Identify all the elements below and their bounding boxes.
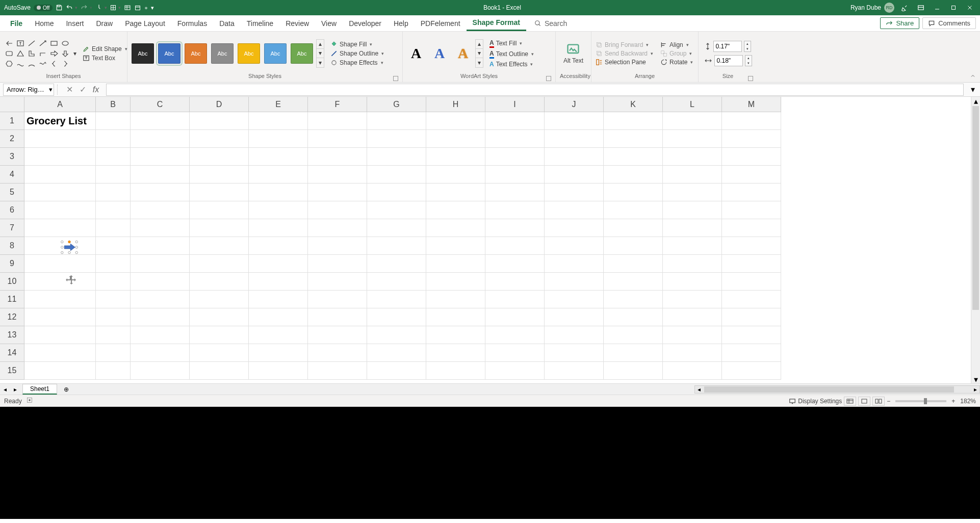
wa-gallery-more-icon[interactable]: ▾ (476, 58, 483, 67)
cell-C8[interactable] (131, 237, 190, 255)
cell-H8[interactable] (426, 237, 485, 255)
shape-down-arrow-icon[interactable] (60, 49, 70, 58)
cell-M2[interactable] (722, 130, 781, 148)
shape-arrow-left-icon[interactable] (4, 39, 14, 48)
col-header-F[interactable]: F (308, 97, 367, 112)
cell-I13[interactable] (485, 326, 545, 344)
row-header-8[interactable]: 8 (0, 237, 24, 255)
rotate-button[interactable]: Rotate (660, 59, 693, 66)
cell-E13[interactable] (249, 326, 308, 344)
cell-H3[interactable] (426, 148, 485, 166)
cell-G1[interactable] (367, 112, 426, 130)
group-button[interactable]: Group (660, 50, 693, 57)
shape-effects-button[interactable]: Shape Effects (330, 59, 384, 66)
shape-style-swatch-6[interactable]: Abc (291, 43, 313, 64)
cell-F4[interactable] (308, 166, 367, 184)
shape-rect-icon[interactable] (49, 39, 59, 48)
cell-I1[interactable] (485, 112, 545, 130)
cell-E11[interactable] (249, 291, 308, 308)
cell-B4[interactable] (96, 166, 131, 184)
shape-arc-icon[interactable] (27, 59, 37, 68)
share-button[interactable]: Share (880, 17, 919, 29)
cell-H15[interactable] (426, 362, 485, 380)
cell-B12[interactable] (96, 308, 131, 326)
cell-B8[interactable] (96, 237, 131, 255)
cell-A15[interactable] (24, 362, 96, 380)
cell-K11[interactable] (604, 291, 663, 308)
cell-F9[interactable] (308, 255, 367, 273)
cell-K9[interactable] (604, 255, 663, 273)
cell-L3[interactable] (663, 148, 722, 166)
account-user[interactable]: Ryan Dube RD (850, 3, 894, 13)
text-effects-button[interactable]: A Text Effects (489, 61, 534, 68)
cell-F10[interactable] (308, 273, 367, 291)
cell-J8[interactable] (545, 237, 604, 255)
tab-view[interactable]: View (315, 15, 343, 31)
tab-timeline[interactable]: Timeline (241, 15, 279, 31)
col-header-B[interactable]: B (96, 97, 131, 112)
cell-M9[interactable] (722, 255, 781, 273)
cell-H9[interactable] (426, 255, 485, 273)
cell-B2[interactable] (96, 130, 131, 148)
formula-input[interactable] (106, 84, 964, 96)
cell-G15[interactable] (367, 362, 426, 380)
cell-D8[interactable] (190, 237, 249, 255)
cell-J11[interactable] (545, 291, 604, 308)
col-header-C[interactable]: C (131, 97, 190, 112)
cell-M12[interactable] (722, 308, 781, 326)
col-header-G[interactable]: G (367, 97, 426, 112)
shape-style-swatch-1[interactable]: Abc (158, 43, 180, 64)
cell-A5[interactable] (24, 184, 96, 201)
cell-D15[interactable] (190, 362, 249, 380)
cell-L11[interactable] (663, 291, 722, 308)
cell-L2[interactable] (663, 130, 722, 148)
cell-D5[interactable] (190, 184, 249, 201)
row-header-10[interactable]: 10 (0, 273, 24, 291)
cell-B7[interactable] (96, 219, 131, 237)
touch-mode-icon[interactable] (95, 4, 107, 11)
enter-edit-icon[interactable]: ✓ (78, 85, 88, 95)
sheet-tab-sheet1[interactable]: Sheet1 (22, 384, 57, 395)
cell-L15[interactable] (663, 362, 722, 380)
shape-brace-l-icon[interactable] (49, 59, 59, 68)
col-header-L[interactable]: L (663, 97, 722, 112)
shape-freeform-icon[interactable] (15, 59, 25, 68)
cell-M15[interactable] (722, 362, 781, 380)
cell-D7[interactable] (190, 219, 249, 237)
cell-M1[interactable] (722, 112, 781, 130)
cell-A11[interactable] (24, 291, 96, 308)
tab-developer[interactable]: Developer (343, 15, 388, 31)
cell-J13[interactable] (545, 326, 604, 344)
qa-calendar-icon[interactable] (134, 5, 141, 11)
cell-K2[interactable] (604, 130, 663, 148)
tab-shape-format[interactable]: Shape Format (467, 15, 526, 31)
send-backward-button[interactable]: Send Backward (596, 50, 653, 57)
cell-I15[interactable] (485, 362, 545, 380)
cell-C9[interactable] (131, 255, 190, 273)
cell-J1[interactable] (545, 112, 604, 130)
row-header-6[interactable]: 6 (0, 201, 24, 219)
cell-A2[interactable] (24, 130, 96, 148)
cell-D11[interactable] (190, 291, 249, 308)
alt-text-button[interactable]: Alt Text (560, 40, 586, 66)
col-header-M[interactable]: M (722, 97, 781, 112)
cell-A7[interactable] (24, 219, 96, 237)
cell-G10[interactable] (367, 273, 426, 291)
tab-page-layout[interactable]: Page Layout (119, 15, 171, 31)
cell-H2[interactable] (426, 130, 485, 148)
zoom-in-icon[interactable]: + (951, 398, 955, 405)
shape-style-swatch-2[interactable]: Abc (185, 43, 207, 64)
cell-A4[interactable] (24, 166, 96, 184)
row-header-9[interactable]: 9 (0, 255, 24, 273)
cell-E1[interactable] (249, 112, 308, 130)
cell-G7[interactable] (367, 219, 426, 237)
cell-I14[interactable] (485, 344, 545, 362)
shape-style-swatch-4[interactable]: Abc (238, 43, 260, 64)
cell-D6[interactable] (190, 201, 249, 219)
row-header-15[interactable]: 15 (0, 362, 24, 380)
cell-K14[interactable] (604, 344, 663, 362)
qa-grid-icon[interactable] (110, 5, 121, 11)
hscroll-right-icon[interactable]: ▸ (971, 386, 979, 393)
cell-K5[interactable] (604, 184, 663, 201)
cell-J4[interactable] (545, 166, 604, 184)
